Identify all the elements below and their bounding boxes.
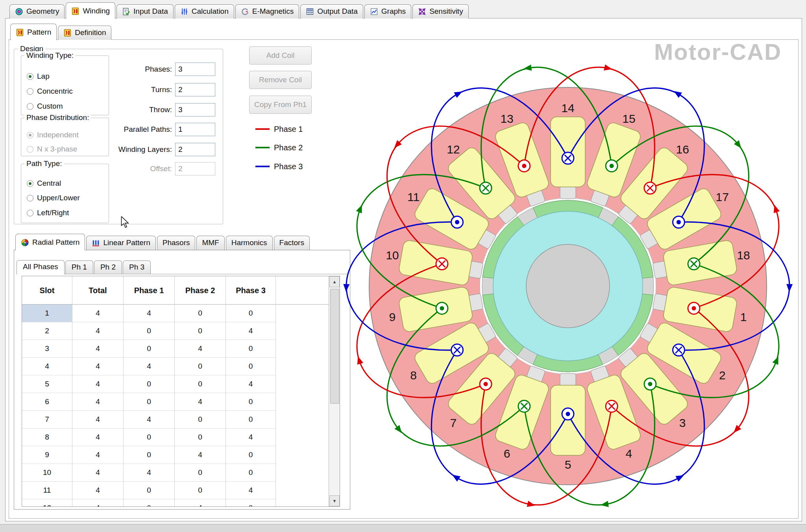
radio-independent[interactable]: Independent	[27, 130, 79, 140]
tab-ph1[interactable]: Ph 1	[65, 260, 93, 274]
tab-ph3[interactable]: Ph 3	[123, 260, 151, 274]
tab-calculation[interactable]: Calculation	[175, 4, 234, 18]
slot-cell: 3	[22, 340, 72, 358]
mouse-cursor	[120, 216, 130, 228]
tab-label: Geometry	[26, 7, 59, 16]
offset-input[interactable]	[175, 162, 215, 175]
winding-icon	[63, 29, 72, 37]
table-row[interactable]: 14400	[22, 305, 340, 322]
calculation-icon	[180, 7, 189, 16]
tab-all-phases[interactable]: All Phases	[17, 260, 65, 274]
throw-input[interactable]	[175, 103, 215, 116]
tab-linear-pattern[interactable]: Linear Pattern	[86, 236, 155, 250]
graphs-icon	[370, 7, 378, 16]
table-row[interactable]: 124040	[22, 499, 340, 507]
slot-cell: 12	[22, 499, 72, 507]
radio-central[interactable]: Central	[27, 179, 61, 188]
subtab-pattern[interactable]: Pattern	[10, 24, 57, 40]
tab-label: E-Magnetics	[252, 7, 294, 16]
value-cell: 4	[72, 340, 124, 358]
copy-from-ph1-button[interactable]: Copy From Ph1	[249, 96, 312, 114]
parallel-paths-input[interactable]	[175, 123, 215, 136]
tab-factors[interactable]: Factors	[274, 236, 310, 250]
tab-sensitivity[interactable]: Sensitivity	[412, 4, 469, 18]
header-cell-phase3: Phase 3	[226, 276, 276, 305]
radio-circle	[27, 132, 33, 139]
table-row[interactable]: 64040	[22, 393, 340, 411]
table-row[interactable]: 104400	[22, 464, 340, 482]
radio-n-x-3phase[interactable]: N x 3-phase	[27, 144, 77, 154]
legend-label: Phase 3	[274, 162, 303, 171]
legend-swatch-1	[255, 147, 270, 148]
tab-harmonics[interactable]: Harmonics	[226, 236, 273, 250]
phase-distribution-label: Phase Distribution:	[24, 113, 91, 122]
value-cell: 0	[175, 464, 226, 482]
radio-circle	[27, 73, 33, 80]
tab-label: Radial Pattern	[32, 238, 79, 247]
value-cell: 4	[175, 446, 226, 464]
table-row[interactable]: 94040	[22, 446, 340, 464]
value-cell: 0	[226, 446, 276, 464]
phases-input[interactable]	[175, 63, 215, 76]
radio-circle	[27, 195, 33, 201]
svg-text:15: 15	[622, 112, 635, 125]
tab-e-magnetics[interactable]: E-Magnetics	[235, 4, 299, 18]
legend-label: Phase 1	[274, 125, 303, 134]
value-cell: 4	[72, 305, 124, 322]
value-cell: 4	[72, 393, 124, 411]
tab-graphs[interactable]: Graphs	[364, 4, 411, 18]
tab-winding[interactable]: Winding	[66, 2, 115, 19]
svg-text:2: 2	[719, 369, 726, 382]
subtab-definition[interactable]: Definition	[58, 26, 111, 40]
slot-cell: 8	[22, 429, 72, 446]
table-row[interactable]: 114004	[22, 482, 340, 499]
value-cell: 0	[175, 375, 226, 393]
radio-lap[interactable]: Lap	[27, 72, 50, 81]
phase-tab-bar: All Phases Ph 1 Ph 2 Ph 3	[17, 259, 347, 274]
radio-upper-lower[interactable]: Upper/Lower	[27, 193, 80, 203]
tab-ph2[interactable]: Ph 2	[94, 260, 122, 274]
winding-layers-input[interactable]	[175, 143, 215, 156]
value-cell: 0	[124, 429, 175, 446]
sub-tab-bar: Pattern Definition	[10, 24, 111, 40]
table-row[interactable]: 44400	[22, 358, 340, 375]
slot-cell: 11	[22, 482, 72, 499]
table-row[interactable]: 74400	[22, 411, 340, 429]
winding-icon	[71, 7, 79, 15]
table-row[interactable]: 34040	[22, 340, 340, 358]
radio-label: Central	[37, 179, 61, 188]
add-coil-button[interactable]: Add Coil	[249, 46, 312, 65]
winding-layers-label: Winding Layers:	[93, 143, 172, 156]
tab-label: Input Data	[133, 7, 168, 16]
svg-text:13: 13	[500, 112, 513, 125]
value-cell: 4	[226, 429, 276, 446]
radio-left-right[interactable]: Left/Right	[27, 208, 69, 218]
tab-geometry[interactable]: Geometry	[9, 4, 65, 18]
remove-coil-button[interactable]: Remove Coil	[249, 71, 312, 89]
turns-input[interactable]	[175, 83, 215, 96]
offset-label: Offset:	[93, 162, 172, 175]
value-cell: 4	[226, 482, 276, 499]
table-row[interactable]: 54004	[22, 375, 340, 393]
tab-label: Phasors	[163, 238, 190, 247]
value-cell: 4	[72, 375, 124, 393]
output-data-icon	[306, 7, 314, 16]
tab-input-data[interactable]: Input Data	[116, 4, 174, 18]
table-row[interactable]: 84004	[22, 429, 340, 446]
tab-label: Graphs	[381, 7, 406, 16]
value-cell: 4	[72, 322, 124, 340]
value-cell: 0	[226, 358, 276, 375]
tab-mmf[interactable]: MMF	[196, 236, 224, 250]
tab-label: Harmonics	[231, 238, 267, 247]
value-cell: 4	[124, 305, 175, 322]
svg-text:14: 14	[561, 102, 574, 115]
tab-radial-pattern[interactable]: Radial Pattern	[15, 234, 85, 250]
radio-custom[interactable]: Custom	[27, 102, 63, 111]
value-cell: 4	[124, 358, 175, 375]
value-cell: 4	[72, 358, 124, 375]
tab-output-data[interactable]: Output Data	[300, 4, 363, 18]
tab-phasors[interactable]: Phasors	[157, 236, 196, 250]
legend-swatch-2	[255, 166, 270, 167]
radio-concentric[interactable]: Concentric	[27, 87, 73, 96]
table-row[interactable]: 24004	[22, 322, 340, 340]
